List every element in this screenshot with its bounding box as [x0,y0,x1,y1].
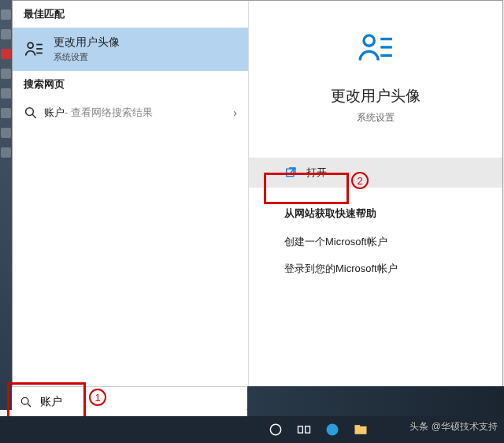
best-match-item[interactable]: 更改用户头像 系统设置 [13,28,248,71]
match-subtitle: 系统设置 [54,51,120,63]
best-match-header: 最佳匹配 [13,1,248,28]
open-label: 打开 [306,166,327,180]
match-title: 更改用户头像 [54,35,120,50]
taskbar-right-blur [247,386,504,416]
account-icon [356,29,395,69]
taskbar-search-box[interactable] [12,386,246,416]
svg-line-13 [28,404,31,407]
watermark-text: 头条 @华硕技术支持 [410,420,498,434]
svg-point-0 [28,43,33,48]
cortana-icon[interactable] [268,422,284,437]
results-left-pane: 最佳匹配 更改用户头像 系统设置 搜索网页 账户 - 查看网络搜索结果 › [13,1,249,409]
web-desc: - 查看网络搜索结果 [65,106,153,120]
account-icon [24,39,44,60]
svg-rect-15 [298,426,303,433]
web-result-item[interactable]: 账户 - 查看网络搜索结果 › [13,98,248,128]
search-input[interactable] [40,396,239,408]
svg-point-12 [21,397,28,404]
svg-point-14 [270,424,280,434]
svg-rect-19 [355,425,361,427]
web-term: 账户 [44,106,65,120]
annotation-number-2: 2 [351,172,369,189]
search-icon [24,106,38,120]
quick-help-header: 从网站获取快速帮助 [249,188,502,229]
open-button[interactable]: 打开 [249,158,502,188]
taskview-icon[interactable] [296,422,312,437]
explorer-icon[interactable] [353,422,369,437]
svg-point-17 [327,424,339,436]
annotation-number-1: 1 [89,389,106,406]
quick-link-signin-ms-account[interactable]: 登录到您的Microsoft帐户 [249,255,502,282]
open-icon [284,166,297,179]
svg-line-5 [32,114,36,118]
svg-rect-16 [306,426,310,433]
edge-icon[interactable] [324,422,340,437]
chevron-right-icon: › [233,106,237,119]
detail-right-pane: 更改用户头像 系统设置 打开 从网站获取快速帮助 创建一个Microsoft帐户… [249,1,502,409]
quick-link-create-ms-account[interactable]: 创建一个Microsoft帐户 [249,229,502,255]
search-icon [20,396,32,408]
detail-title: 更改用户头像 [249,86,502,106]
svg-point-6 [364,35,374,46]
detail-subtitle: 系统设置 [249,111,502,125]
start-search-panel: 最佳匹配 更改用户头像 系统设置 搜索网页 账户 - 查看网络搜索结果 › 更改… [12,0,503,410]
search-web-header: 搜索网页 [13,71,248,98]
svg-point-4 [26,108,34,116]
